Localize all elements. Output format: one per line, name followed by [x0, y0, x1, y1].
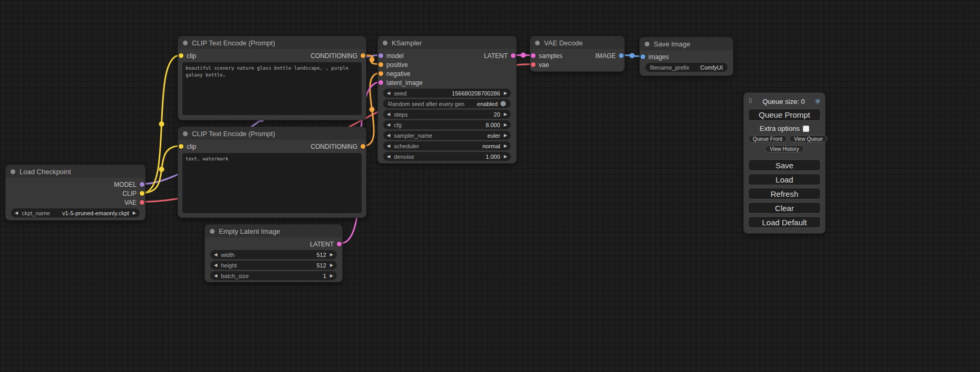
node-title-bar[interactable]: KSampler [378, 36, 516, 49]
decrement-arrow-icon[interactable]: ◀ [387, 112, 390, 117]
decrement-arrow-icon[interactable]: ◀ [387, 144, 390, 148]
link-dot [370, 107, 375, 112]
increment-arrow-icon[interactable]: ▶ [330, 263, 333, 268]
collapse-dot-icon[interactable] [183, 41, 188, 45]
node-title-bar[interactable]: Empty Latent Image [205, 225, 342, 237]
input-slot-vae[interactable] [531, 62, 536, 67]
positive-prompt-textarea[interactable]: beautiful scenery nature glass bottle la… [182, 62, 362, 115]
denoise-widget[interactable]: ◀ denoise 1.000 ▶ [383, 152, 511, 161]
node-title-bar[interactable]: CLIP Text Encode (Prompt) [178, 36, 366, 49]
decrement-arrow-icon[interactable]: ◀ [387, 123, 390, 127]
drag-handle-icon[interactable]: ⠿ [748, 98, 753, 105]
input-label-latent-image: latent_image [386, 79, 423, 87]
cfg-widget[interactable]: ◀ cfg 8.000 ▶ [383, 120, 511, 129]
node-load-checkpoint[interactable]: Load Checkpoint MODEL CLIP VAE ◀ ckpt_na… [5, 165, 145, 221]
queue-front-button[interactable]: Queue Front [748, 135, 787, 142]
decrement-arrow-icon[interactable]: ◀ [387, 91, 390, 96]
node-title-bar[interactable]: Save Image [640, 37, 733, 50]
collapse-dot-icon[interactable] [535, 41, 540, 45]
input-slot-clip[interactable] [179, 144, 183, 149]
increment-arrow-icon[interactable]: ▶ [504, 144, 507, 148]
increment-arrow-icon[interactable]: ▶ [504, 123, 507, 127]
output-slot-clip[interactable] [140, 191, 144, 196]
steps-widget[interactable]: ◀ steps 20 ▶ [383, 110, 511, 119]
decrement-arrow-icon[interactable]: ◀ [387, 155, 390, 159]
widget-value: v1-5-pruned-emaonly.ckpt [62, 210, 129, 216]
increment-arrow-icon[interactable]: ▶ [330, 253, 333, 257]
height-widget[interactable]: ◀ height 512 ▶ [210, 261, 337, 270]
collapse-dot-icon[interactable] [383, 41, 387, 45]
view-history-button[interactable]: View History [765, 145, 803, 152]
ckpt-name-widget[interactable]: ◀ ckpt_name v1-5-pruned-emaonly.ckpt ▶ [11, 208, 140, 217]
node-clip-text-encode-negative[interactable]: CLIP Text Encode (Prompt) clip CONDITION… [178, 127, 366, 218]
load-default-button[interactable]: Load Default [748, 216, 821, 228]
refresh-button[interactable]: Refresh [748, 188, 821, 199]
increment-arrow-icon[interactable]: ▶ [330, 274, 333, 278]
input-slot-images[interactable] [641, 54, 645, 59]
collapse-dot-icon[interactable] [183, 131, 188, 136]
queue-size-label: Queue size: 0 [753, 98, 814, 106]
negative-prompt-textarea[interactable]: text, watermark [182, 153, 362, 213]
increment-arrow-icon[interactable]: ▶ [504, 155, 507, 159]
output-slot-conditioning[interactable] [361, 53, 365, 58]
load-button[interactable]: Load [748, 174, 821, 185]
widget-value: enabled [477, 101, 498, 107]
filename-prefix-widget[interactable]: filename_prefix ComfyUI [645, 63, 727, 72]
node-vae-decode[interactable]: VAE Decode samples IMAGE vae [530, 36, 625, 72]
clear-button[interactable]: Clear [748, 202, 821, 214]
input-slot-clip[interactable] [179, 53, 183, 58]
node-title-bar[interactable]: VAE Decode [530, 36, 624, 49]
extra-options-checkbox[interactable] [803, 126, 809, 132]
node-save-image[interactable]: Save Image images filename_prefix ComfyU… [639, 37, 733, 76]
seed-widget[interactable]: ◀ seed 156680208700286 ▶ [383, 89, 511, 98]
decrement-arrow-icon[interactable]: ◀ [214, 253, 217, 257]
collapse-dot-icon[interactable] [645, 42, 649, 46]
settings-gear-icon[interactable]: ✳ [814, 97, 821, 106]
increment-arrow-icon[interactable]: ▶ [504, 91, 507, 96]
decrement-arrow-icon[interactable]: ◀ [387, 133, 390, 138]
output-slot-latent[interactable] [511, 53, 516, 58]
save-button[interactable]: Save [748, 159, 821, 171]
queue-prompt-button[interactable]: Queue Prompt [748, 109, 821, 121]
collapse-dot-icon[interactable] [210, 229, 215, 234]
output-slot-conditioning[interactable] [361, 144, 365, 149]
batch-size-widget[interactable]: ◀ batch_size 1 ▶ [210, 271, 337, 280]
increment-arrow-icon[interactable]: ▶ [133, 211, 136, 215]
widget-value: 156680208700286 [452, 90, 500, 97]
input-slot-samples[interactable] [531, 53, 536, 58]
queue-panel[interactable]: ⠿ Queue size: 0 ✳ Queue Prompt Extra opt… [743, 92, 826, 234]
node-title-bar[interactable]: CLIP Text Encode (Prompt) [178, 127, 366, 140]
increment-arrow-icon[interactable]: ▶ [504, 112, 507, 117]
sampler-name-widget[interactable]: ◀ sampler_name euler ▶ [383, 131, 511, 140]
view-queue-button[interactable]: View Queue [789, 135, 827, 142]
collapse-dot-icon[interactable] [11, 169, 15, 174]
widget-value: ComfyUI [700, 64, 723, 71]
input-slot-negative[interactable] [379, 71, 383, 76]
input-slot-model[interactable] [379, 53, 383, 58]
node-title-bar[interactable]: Load Checkpoint [6, 165, 145, 178]
widget-label: seed [394, 90, 406, 97]
widget-value: 8.000 [486, 122, 500, 128]
widget-label: filename_prefix [650, 64, 690, 71]
output-slot-vae[interactable] [140, 200, 144, 205]
input-slot-positive[interactable] [379, 62, 383, 67]
decrement-arrow-icon[interactable]: ◀ [214, 274, 217, 278]
toggle-knob[interactable] [500, 101, 506, 107]
decrement-arrow-icon[interactable]: ◀ [214, 263, 217, 268]
node-clip-text-encode-positive[interactable]: CLIP Text Encode (Prompt) clip CONDITION… [178, 36, 366, 120]
node-empty-latent-image[interactable]: Empty Latent Image LATENT ◀ width 512 ▶ … [205, 224, 343, 282]
output-label-model: MODEL [114, 181, 137, 188]
output-slot-latent[interactable] [337, 242, 342, 246]
scheduler-widget[interactable]: ◀ scheduler normal ▶ [383, 141, 511, 150]
increment-arrow-icon[interactable]: ▶ [504, 133, 507, 138]
decrement-arrow-icon[interactable]: ◀ [15, 211, 18, 215]
width-widget[interactable]: ◀ width 512 ▶ [210, 250, 337, 259]
random-seed-toggle-widget[interactable]: Random seed after every gen enabled [383, 99, 511, 108]
input-slot-latent-image[interactable] [379, 80, 383, 85]
widget-label: scheduler [394, 143, 419, 149]
output-slot-model[interactable] [140, 182, 144, 187]
output-label-conditioning: CONDITIONING [311, 143, 357, 150]
output-slot-image[interactable] [619, 53, 624, 58]
widget-value: 1.000 [486, 154, 500, 160]
node-ksampler[interactable]: KSampler model LATENT positive negative [377, 36, 517, 164]
